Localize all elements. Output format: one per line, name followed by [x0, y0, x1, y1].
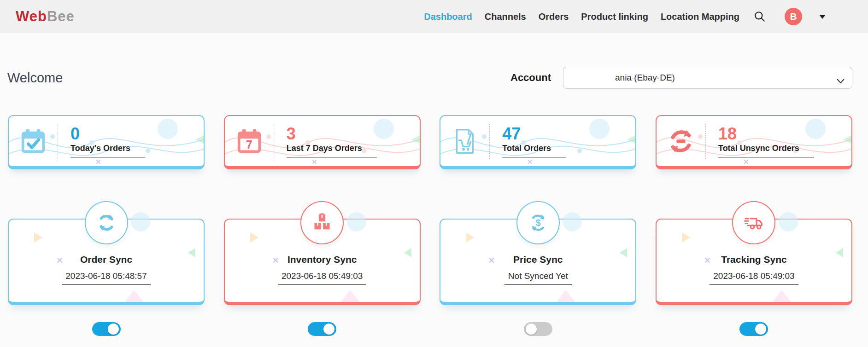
triangle-decoration — [682, 232, 690, 243]
toggle-knob — [755, 324, 766, 335]
sync-status: 2023-06-18 05:48:57 — [62, 271, 150, 285]
toggle-row — [0, 322, 868, 336]
delivery-truck-icon — [732, 201, 775, 244]
stat-value: 0 — [70, 125, 145, 143]
circle-decoration — [779, 212, 798, 231]
stat-label: Total Orders — [502, 144, 566, 158]
stats-row: ✕ 0 Today's Orders — [0, 115, 868, 169]
chevron-down-icon — [837, 76, 845, 86]
search-icon[interactable] — [754, 11, 766, 23]
stat-card-last-7-days-orders: ✕ 7 3 Last 7 Days Orders — [224, 115, 421, 169]
triangle-decoration — [557, 290, 575, 302]
triangle-decoration — [250, 232, 258, 243]
user-menu-chevron-down-icon[interactable] — [819, 15, 826, 19]
stat-label: Last 7 Days Orders — [287, 144, 377, 158]
stat-label: Total Unsync Orders — [718, 144, 814, 158]
stat-card-total-unsync-orders: ✕ 18 Total Unsync Orders — [656, 115, 852, 169]
svg-text:7: 7 — [246, 138, 252, 151]
nav-item-product-linking[interactable]: Product linking — [581, 12, 648, 22]
order-sync-toggle[interactable] — [92, 322, 121, 336]
sync-card-inventory-sync: ✕ Inventory Sync 2023-06-18 05:49:03 — [224, 219, 421, 305]
triangle-decoration — [341, 290, 359, 302]
circle-decoration — [563, 212, 582, 231]
nav-item-dashboard[interactable]: Dashboard — [424, 12, 472, 22]
inventory-boxes-icon — [300, 201, 344, 244]
page-title: Welcome — [7, 70, 63, 86]
svg-text:$: $ — [535, 218, 540, 228]
unsync-orders-icon — [657, 127, 705, 156]
toggle-knob — [323, 324, 334, 335]
svg-text:✕: ✕ — [311, 158, 317, 166]
sync-card-tracking-sync: ✕ Tracking Sync 2023-06-18 05:49:03 — [656, 219, 852, 305]
price-sync-toggle[interactable] — [524, 322, 552, 336]
sync-title: Tracking Sync — [657, 254, 851, 265]
main-nav: Dashboard Channels Orders Product linkin… — [424, 8, 826, 25]
sync-card-price-sync: ✕ $ Price Sync Not Synced Yet — [440, 219, 636, 305]
account-label: Account — [510, 72, 551, 84]
nav-item-channels[interactable]: Channels — [485, 12, 526, 22]
brand-logo[interactable]: WebBee — [16, 8, 75, 25]
toggle-knob — [526, 324, 537, 335]
brand-logo-primary: Web — [16, 8, 47, 24]
sync-row: ✕ Order Sync 2023-06-18 05:48:57 ✕ — [0, 219, 868, 305]
svg-text:✕: ✕ — [743, 158, 749, 166]
account-select-value: ania (Ebay-DE) — [615, 73, 675, 83]
order-document-icon — [440, 127, 489, 156]
sync-status: 2023-06-18 05:49:03 — [710, 271, 798, 285]
inventory-sync-toggle[interactable] — [308, 322, 336, 336]
triangle-decoration — [125, 290, 143, 302]
calendar-week-icon: 7 — [225, 127, 274, 156]
account-select[interactable]: ania (Ebay-DE) — [563, 67, 852, 89]
toggle-knob — [108, 324, 119, 335]
tracking-sync-toggle[interactable] — [739, 322, 768, 336]
triangle-decoration — [773, 290, 791, 302]
stat-card-todays-orders: ✕ 0 Today's Orders — [8, 115, 205, 169]
stat-card-total-orders: ✕ 47 Total Orders — [440, 115, 636, 169]
welcome-account-row: Welcome Account ania (Ebay-DE) — [0, 67, 868, 89]
dashboard-page: WebBee Dashboard Channels Orders Product… — [0, 0, 868, 347]
sync-arrows-icon — [85, 201, 128, 244]
svg-text:✕: ✕ — [95, 158, 101, 166]
circle-decoration — [347, 212, 366, 231]
stat-value: 3 — [287, 125, 377, 143]
brand-logo-secondary: Bee — [47, 8, 75, 24]
account-group: Account ania (Ebay-DE) — [510, 67, 852, 89]
sync-title: Inventory Sync — [225, 254, 420, 265]
sync-status: 2023-06-18 05:49:03 — [278, 271, 366, 285]
stat-value: 18 — [718, 125, 814, 143]
price-sync-icon: $ — [516, 201, 560, 244]
stat-value: 47 — [502, 125, 566, 143]
sync-status: Not Synced Yet — [504, 271, 572, 285]
triangle-decoration — [466, 232, 474, 243]
user-avatar[interactable]: B — [785, 8, 802, 25]
sync-title: Order Sync — [9, 254, 204, 265]
sync-title: Price Sync — [440, 254, 635, 265]
nav-item-orders[interactable]: Orders — [539, 12, 569, 22]
sync-card-order-sync: ✕ Order Sync 2023-06-18 05:48:57 — [8, 219, 205, 305]
header: WebBee Dashboard Channels Orders Product… — [0, 0, 868, 33]
nav-item-location-mapping[interactable]: Location Mapping — [661, 12, 739, 22]
circle-decoration — [131, 212, 150, 231]
calendar-check-icon — [9, 127, 58, 156]
triangle-decoration — [34, 232, 42, 243]
stat-label: Today's Orders — [70, 144, 145, 158]
svg-text:✕: ✕ — [527, 158, 533, 166]
